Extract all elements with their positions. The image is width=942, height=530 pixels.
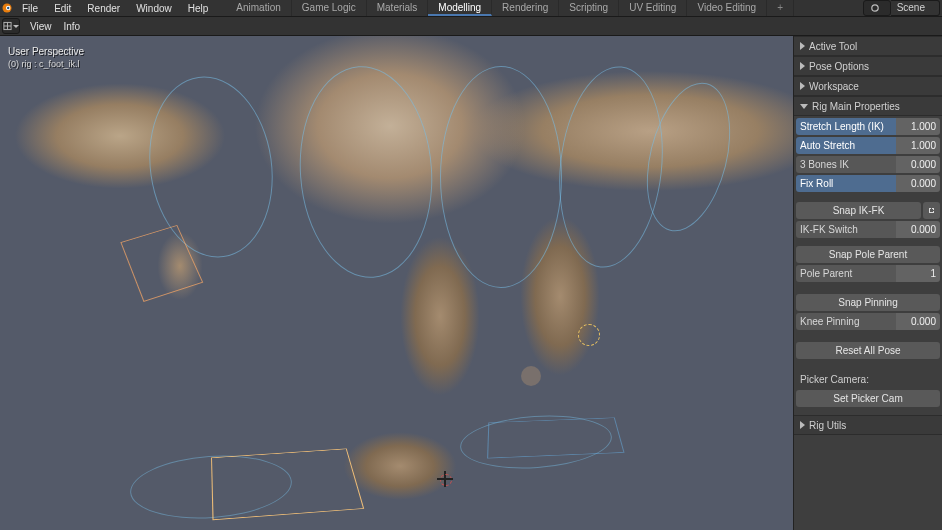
chevron-right-icon — [800, 62, 805, 70]
svg-point-2 — [7, 7, 9, 9]
prop-value[interactable]: 0.000 — [896, 313, 940, 330]
panel-title: Active Tool — [809, 41, 857, 52]
scene-icon — [870, 3, 880, 13]
menu-window[interactable]: Window — [128, 0, 180, 16]
properties-sidepanel: Active Tool Pose Options Workspace Rig M… — [793, 36, 942, 530]
viewport-icon — [3, 21, 12, 31]
prop-knee-pinning[interactable]: Knee Pinning0.000 — [796, 313, 940, 330]
menu-help[interactable]: Help — [180, 0, 217, 16]
button-snap-pole-parent[interactable]: Snap Pole Parent — [796, 246, 940, 263]
chevron-down-icon — [800, 104, 808, 109]
prop-value[interactable]: 0.000 — [896, 156, 940, 173]
tab-materials[interactable]: Materials — [367, 0, 429, 16]
3d-cursor[interactable] — [437, 471, 453, 487]
chevron-right-icon — [800, 42, 805, 50]
panel-title: Rig Main Properties — [812, 101, 900, 112]
bone-target-circle[interactable] — [578, 324, 600, 346]
prop-value[interactable]: 1 — [896, 265, 940, 282]
prop-value[interactable]: 0.000 — [896, 221, 940, 238]
prop-value[interactable]: 1.000 — [896, 137, 940, 154]
spacer — [796, 332, 940, 340]
prop-stretch-length[interactable]: Stretch Length (IK)1.000 — [796, 118, 940, 135]
tab-uv-editing[interactable]: UV Editing — [619, 0, 687, 16]
spacer — [796, 284, 940, 292]
panel-title: Pose Options — [809, 61, 869, 72]
app-header: File Edit Render Window Help Animation G… — [0, 0, 942, 17]
button-ikfk-extra[interactable] — [923, 202, 940, 219]
prop-3-bones-ik[interactable]: 3 Bones IK0.000 — [796, 156, 940, 173]
spacer — [796, 240, 940, 244]
overlay-perspective: User Perspective — [8, 46, 84, 57]
prop-label: Pole Parent — [796, 265, 896, 282]
prop-label: IK-FK Switch — [796, 221, 896, 238]
chevron-right-icon — [800, 421, 805, 429]
prop-auto-stretch[interactable]: Auto Stretch1.000 — [796, 137, 940, 154]
prop-label: Stretch Length (IK) — [796, 118, 896, 135]
prop-ikfk-switch[interactable]: IK-FK Switch0.000 — [796, 221, 940, 238]
editor-type-button[interactable] — [2, 18, 20, 34]
menu-edit[interactable]: Edit — [46, 0, 79, 16]
spacer — [796, 361, 940, 369]
prop-value[interactable]: 1.000 — [896, 118, 940, 135]
panel-title: Rig Utils — [809, 420, 846, 431]
tab-animation[interactable]: Animation — [226, 0, 291, 16]
panel-header-rig-utils[interactable]: Rig Utils — [794, 415, 942, 435]
button-snap-pinning[interactable]: Snap Pinning — [796, 294, 940, 311]
prop-fix-roll[interactable]: Fix Roll0.000 — [796, 175, 940, 192]
bone-foot-ik-selection[interactable] — [211, 449, 364, 521]
viewport-menu-view[interactable]: View — [28, 21, 54, 32]
bone-box[interactable] — [487, 418, 624, 459]
pole-target[interactable] — [521, 366, 541, 386]
panel-header-active-tool[interactable]: Active Tool — [794, 36, 942, 56]
panel-body-rig-main: Stretch Length (IK)1.000 Auto Stretch1.0… — [794, 116, 942, 409]
row-snap-ikfk: Snap IK-FK — [796, 202, 940, 219]
workspace-tabs: Animation Game Logic Materials Modelling… — [226, 0, 862, 16]
chevron-down-icon — [13, 25, 19, 28]
viewport-header: View Info — [0, 17, 942, 36]
main-menu: File Edit Render Window Help — [14, 0, 216, 16]
prop-label: Fix Roll — [796, 175, 896, 192]
prop-value[interactable]: 0.000 — [896, 175, 940, 192]
button-reset-all-pose[interactable]: Reset All Pose — [796, 342, 940, 359]
button-snap-ikfk[interactable]: Snap IK-FK — [796, 202, 921, 219]
panel-title: Workspace — [809, 81, 859, 92]
panel-header-rig-main[interactable]: Rig Main Properties — [794, 96, 942, 116]
scene-selector: Scene — [863, 0, 940, 16]
tab-modelling[interactable]: Modelling — [428, 0, 492, 16]
label-picker-camera: Picker Camera: — [796, 371, 940, 388]
prop-label: Auto Stretch — [796, 137, 896, 154]
overlay-context: (0) rig : c_foot_ik.l — [8, 59, 84, 69]
scene-name-field[interactable]: Scene — [891, 0, 940, 16]
3d-viewport[interactable]: User Perspective (0) rig : c_foot_ik.l — [0, 36, 793, 530]
viewport-menu-info[interactable]: Info — [62, 21, 83, 32]
blender-logo — [0, 0, 14, 16]
prop-label: Knee Pinning — [796, 313, 896, 330]
tab-video-editing[interactable]: Video Editing — [687, 0, 767, 16]
chevron-right-icon — [800, 82, 805, 90]
menu-render[interactable]: Render — [79, 0, 128, 16]
main-area: User Perspective (0) rig : c_foot_ik.l A… — [0, 36, 942, 530]
prop-pole-parent[interactable]: Pole Parent1 — [796, 265, 940, 282]
link-icon — [927, 206, 936, 215]
panel-header-workspace[interactable]: Workspace — [794, 76, 942, 96]
menu-file[interactable]: File — [14, 0, 46, 16]
prop-label: 3 Bones IK — [796, 156, 896, 173]
tab-scripting[interactable]: Scripting — [559, 0, 619, 16]
button-set-picker-cam[interactable]: Set Picker Cam — [796, 390, 940, 407]
scene-type-button[interactable] — [863, 0, 891, 16]
tab-rendering[interactable]: Rendering — [492, 0, 559, 16]
tab-game-logic[interactable]: Game Logic — [292, 0, 367, 16]
spacer — [796, 194, 940, 200]
svg-point-3 — [871, 5, 877, 11]
rig-circle — [440, 66, 562, 288]
tab-add[interactable]: + — [767, 0, 794, 16]
viewport-overlay-text: User Perspective (0) rig : c_foot_ik.l — [8, 46, 84, 69]
panel-header-pose-options[interactable]: Pose Options — [794, 56, 942, 76]
